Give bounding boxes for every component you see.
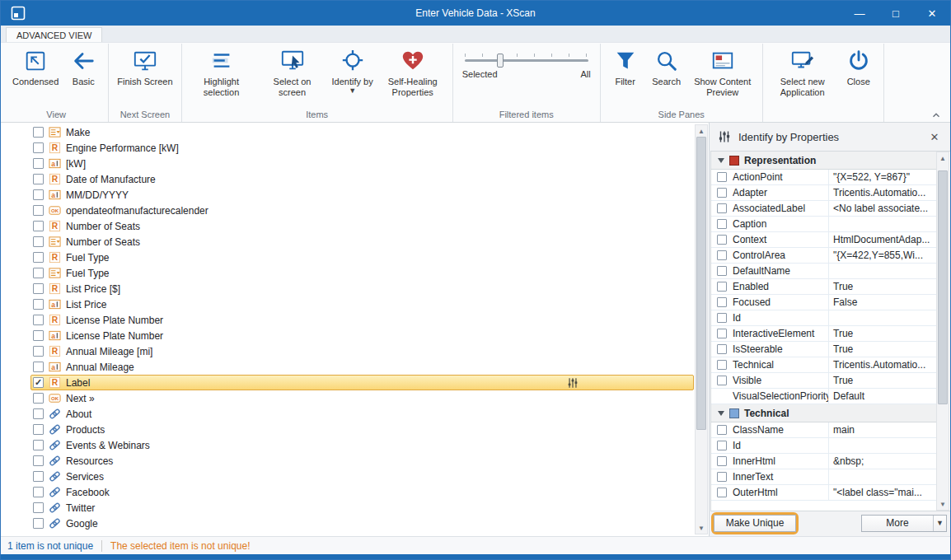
property-checkbox[interactable]	[717, 456, 727, 466]
more-button[interactable]: More ▼	[861, 515, 947, 532]
item-checkbox[interactable]	[33, 127, 44, 138]
property-checkbox[interactable]	[717, 329, 727, 338]
list-item-license-plate-number[interactable]: R License Plate Number	[2, 312, 694, 328]
list-item-twitter[interactable]: Twitter	[2, 500, 694, 516]
list-item-resources[interactable]: Resources	[2, 453, 694, 469]
property-row-issteerable[interactable]: IsSteerable True	[711, 342, 936, 357]
scroll-up-icon[interactable]: ▲	[937, 152, 949, 164]
list-scroll-thumb[interactable]	[696, 137, 706, 430]
item-checkbox[interactable]	[33, 268, 44, 278]
properties-scroll-thumb[interactable]	[938, 170, 948, 404]
ribbon-button-select-new-application[interactable]: Select new Application ▼	[767, 45, 838, 99]
list-item-annual-mileage[interactable]: a Annual Mileage	[2, 359, 694, 375]
item-checkbox[interactable]	[33, 221, 44, 231]
collapse-section-icon[interactable]	[718, 158, 724, 163]
property-checkbox[interactable]	[717, 297, 727, 307]
property-row-enabled[interactable]: Enabled True	[711, 279, 936, 295]
collapse-section-icon[interactable]	[718, 411, 724, 416]
list-item-number-of-seats[interactable]: R Number of Seats	[2, 218, 694, 234]
property-checkbox[interactable]	[717, 488, 727, 497]
item-checkbox[interactable]	[33, 315, 44, 325]
minimize-button[interactable]: —	[841, 1, 878, 26]
ribbon-button-condensed[interactable]: Condensed ▼	[8, 45, 63, 88]
item-checkbox[interactable]	[33, 471, 44, 482]
property-row-defaultname[interactable]: DefaultName	[711, 264, 936, 279]
property-row-actionpoint[interactable]: ActionPoint "{X=522, Y=867}"	[711, 170, 936, 185]
property-row-controlarea[interactable]: ControlArea "{X=422,Y=855,Wi...	[711, 248, 936, 264]
make-unique-button[interactable]: Make Unique	[714, 515, 796, 532]
property-row-adapter[interactable]: Adapter Tricentis.Automatio...	[711, 185, 936, 201]
property-row-context[interactable]: Context HtmlDocumentAdap...	[711, 232, 936, 248]
list-item-list-price[interactable]: R List Price [$]	[2, 281, 694, 296]
list-item-license-plate-number[interactable]: a License Plate Number	[2, 328, 694, 343]
property-row-focused[interactable]: Focused False	[711, 295, 936, 310]
property-checkbox[interactable]	[717, 219, 727, 229]
ribbon-button-finish-screen[interactable]: Finish Screen ▼	[113, 45, 176, 88]
ribbon-button-self-healing-properties[interactable]: Self-Healing Properties ▼	[377, 45, 448, 99]
property-checkbox[interactable]	[717, 282, 727, 292]
property-row-id[interactable]: Id	[711, 310, 936, 326]
property-row-caption[interactable]: Caption	[711, 217, 936, 232]
slider-thumb[interactable]	[497, 54, 504, 68]
item-checkbox[interactable]	[33, 455, 44, 466]
scroll-down-icon[interactable]: ▼	[937, 498, 949, 510]
property-checkbox[interactable]	[717, 250, 727, 260]
item-checkbox[interactable]	[33, 440, 44, 450]
property-row-outerhtml[interactable]: OuterHtml "<label class="mai...	[711, 485, 936, 501]
list-item-mm-dd-yyyy[interactable]: a MM/DD/YYYY	[2, 187, 694, 203]
list-item-number-of-seats[interactable]: Number of Seats	[2, 234, 694, 250]
property-checkbox[interactable]	[717, 203, 727, 213]
list-item-list-price[interactable]: a List Price	[2, 296, 694, 312]
ribbon-button-identify-by[interactable]: Identify by ▼	[328, 45, 377, 95]
list-item-events-webinars[interactable]: Events & Webinars	[2, 437, 694, 453]
collapse-ribbon-chevron[interactable]	[930, 110, 942, 119]
property-checkbox[interactable]	[717, 376, 727, 385]
item-checkbox[interactable]	[33, 518, 44, 529]
property-row-innerhtml[interactable]: InnerHtml &nbsp;	[711, 454, 936, 469]
item-checkbox[interactable]	[33, 346, 44, 357]
property-checkbox[interactable]	[717, 441, 727, 450]
filtered-items-slider[interactable]: Selected All	[457, 45, 596, 79]
property-checkbox[interactable]	[717, 344, 727, 354]
list-item-opendateofmanufacturecalender[interactable]: OK opendateofmanufacturecalender	[2, 203, 694, 218]
scroll-down-icon[interactable]: ▼	[696, 522, 707, 534]
close-button[interactable]: ✕	[914, 1, 950, 26]
list-item-label[interactable]: ✓ R Label	[2, 375, 694, 390]
list-item-engine-performance-kw[interactable]: R Engine Performance [kW]	[2, 140, 694, 156]
property-row-technical[interactable]: Technical Tricentis.Automatio...	[711, 357, 936, 373]
list-item-fuel-type[interactable]: R Fuel Type	[2, 250, 694, 265]
list-item-google[interactable]: Google	[2, 516, 694, 531]
property-checkbox[interactable]	[717, 360, 727, 370]
item-checkbox[interactable]	[33, 299, 44, 310]
list-item-services[interactable]: Services	[2, 469, 694, 484]
property-row-classname[interactable]: ClassName main	[711, 422, 936, 438]
item-checkbox[interactable]	[33, 205, 44, 216]
property-row-id[interactable]: Id	[711, 438, 936, 454]
item-checkbox[interactable]	[33, 142, 44, 153]
item-checkbox[interactable]	[33, 236, 44, 247]
item-checkbox[interactable]: ✓	[33, 377, 44, 388]
tab-advanced-view[interactable]: ADVANCED VIEW	[6, 27, 102, 42]
list-item-next[interactable]: OK Next »	[2, 390, 694, 406]
item-checkbox[interactable]	[33, 424, 44, 435]
list-item-date-of-manufacture[interactable]: R Date of Manufacture	[2, 171, 694, 187]
item-checkbox[interactable]	[33, 487, 44, 497]
ribbon-button-basic[interactable]: Basic ▼	[63, 45, 104, 88]
property-checkbox[interactable]	[717, 425, 727, 435]
property-row-visible[interactable]: Visible True	[711, 373, 936, 389]
list-item-fuel-type[interactable]: Fuel Type	[2, 265, 694, 281]
item-checkbox[interactable]	[33, 330, 44, 341]
property-row-innertext[interactable]: InnerText	[711, 469, 936, 485]
item-checkbox[interactable]	[33, 283, 44, 294]
section-header-representation[interactable]: Representation	[711, 152, 936, 170]
property-row-associatedlabel[interactable]: AssociatedLabel <No label associate...	[711, 201, 936, 217]
list-item-annual-mileage-mi[interactable]: R Annual Mileage [mi]	[2, 343, 694, 359]
list-scrollbar[interactable]: ▲ ▼	[695, 124, 708, 534]
item-checkbox[interactable]	[33, 393, 44, 404]
item-checkbox[interactable]	[33, 174, 44, 184]
list-item-products[interactable]: Products	[2, 422, 694, 437]
property-checkbox[interactable]	[717, 188, 727, 198]
list-item-kw[interactable]: a [kW]	[2, 156, 694, 171]
maximize-button[interactable]: □	[878, 1, 914, 26]
item-checkbox[interactable]	[33, 252, 44, 263]
